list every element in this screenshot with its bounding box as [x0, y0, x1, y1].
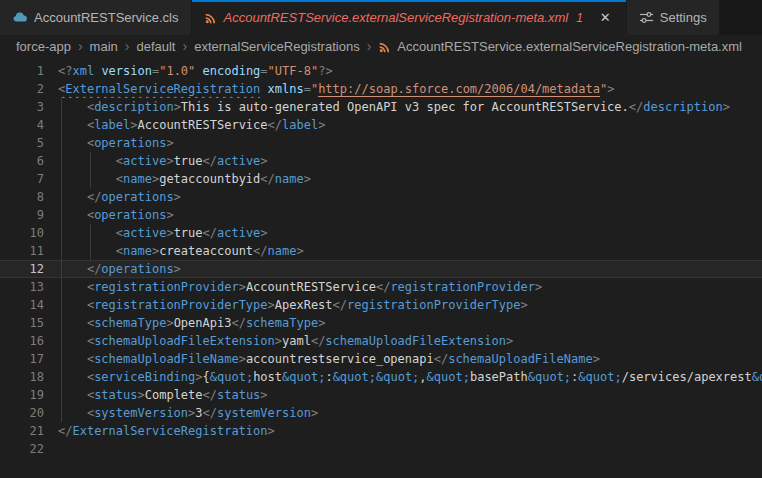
- code-line[interactable]: 21</ExternalServiceRegistration>: [0, 422, 762, 440]
- code-line[interactable]: 19 <status>Complete</status>: [0, 386, 762, 404]
- indent-guide: [61, 314, 62, 332]
- code-text: </operations>: [58, 260, 762, 278]
- breadcrumb-file[interactable]: AccountRESTService.externalServiceRegist…: [397, 39, 742, 54]
- line-number[interactable]: 10: [0, 224, 44, 242]
- breadcrumb: force-app›main›default›externalServiceRe…: [0, 35, 762, 57]
- code-text: <name>createaccount</name>: [58, 242, 762, 260]
- code-text: <label>AccountRESTService</label>: [58, 116, 762, 134]
- code-text: <active>true</active>: [58, 152, 762, 170]
- line-number[interactable]: 15: [0, 314, 44, 332]
- indent-guide: [61, 368, 62, 386]
- settings-sliders-icon: [639, 10, 654, 25]
- indent-guide: [90, 170, 91, 188]
- code-text: <schemaType>OpenApi3</schemaType>: [58, 314, 762, 332]
- line-number[interactable]: 21: [0, 422, 44, 440]
- line-number[interactable]: 12: [0, 260, 44, 278]
- indent-guide: [61, 260, 62, 278]
- chevron-right-icon: ›: [78, 38, 83, 54]
- line-number[interactable]: 2: [0, 80, 44, 98]
- code-line[interactable]: 4 <label>AccountRESTService</label>: [0, 116, 762, 134]
- line-number[interactable]: 22: [0, 440, 44, 458]
- code-text: </ExternalServiceRegistration>: [58, 422, 762, 440]
- line-number[interactable]: 9: [0, 206, 44, 224]
- problems-count-badge: 1: [576, 11, 583, 25]
- breadcrumb-item[interactable]: main: [90, 39, 118, 54]
- code-text: <operations>: [58, 134, 762, 152]
- line-number[interactable]: 14: [0, 296, 44, 314]
- code-text: <active>true</active>: [58, 224, 762, 242]
- indent-guide: [61, 386, 62, 404]
- indent-guide: [61, 170, 62, 188]
- code-text: <registrationProviderType>ApexRest</regi…: [58, 296, 762, 314]
- code-text: [58, 440, 762, 458]
- code-line[interactable]: 8 </operations>: [0, 188, 762, 206]
- indent-guide: [90, 224, 91, 242]
- line-number[interactable]: 3: [0, 98, 44, 116]
- line-number[interactable]: 16: [0, 332, 44, 350]
- tab-active-file[interactable]: AccountRESTService.externalServiceRegist…: [192, 0, 627, 35]
- line-number[interactable]: 4: [0, 116, 44, 134]
- code-line[interactable]: 20 <systemVersion>3</systemVersion>: [0, 404, 762, 422]
- code-text: <name>getaccountbyid</name>: [58, 170, 762, 188]
- code-line[interactable]: 7 <name>getaccountbyid</name>: [0, 170, 762, 188]
- indent-guide: [61, 188, 62, 206]
- line-number[interactable]: 18: [0, 368, 44, 386]
- tab-label: AccountRESTService.cls: [34, 10, 179, 25]
- indent-guide: [61, 98, 62, 116]
- tab-label: AccountRESTService.externalServiceRegist…: [224, 10, 569, 25]
- code-line[interactable]: 9 <operations>: [0, 206, 762, 224]
- code-text: </operations>: [58, 188, 762, 206]
- code-text: <serviceBinding>{&quot;host&quot;:&quot;…: [58, 368, 762, 386]
- line-number[interactable]: 8: [0, 188, 44, 206]
- code-text: <systemVersion>3</systemVersion>: [58, 404, 762, 422]
- code-line[interactable]: 3 <description>This is auto-generated Op…: [0, 98, 762, 116]
- code-line[interactable]: 12 </operations>: [0, 260, 762, 278]
- code-line[interactable]: 14 <registrationProviderType>ApexRest</r…: [0, 296, 762, 314]
- breadcrumb-item[interactable]: force-app: [16, 39, 71, 54]
- code-line[interactable]: 13 <registrationProvider>AccountRESTServ…: [0, 278, 762, 296]
- apex-cloud-icon: [12, 10, 28, 26]
- code-line[interactable]: 10 <active>true</active>: [0, 224, 762, 242]
- code-line[interactable]: 16 <schemaUploadFileExtension>yaml</sche…: [0, 332, 762, 350]
- code-line[interactable]: 22: [0, 440, 762, 458]
- editor[interactable]: 1<?xml version="1.0" encoding="UTF-8"?>2…: [0, 57, 762, 458]
- indent-guide: [61, 242, 62, 260]
- code-line[interactable]: 2<ExternalServiceRegistration xmlns="htt…: [0, 80, 762, 98]
- line-number[interactable]: 13: [0, 278, 44, 296]
- indent-guide: [61, 206, 62, 224]
- xml-feed-icon: [204, 11, 218, 25]
- code-line[interactable]: 18 <serviceBinding>{&quot;host&quot;:&qu…: [0, 368, 762, 386]
- code-line[interactable]: 17 <schemaUploadFileName>accountrestserv…: [0, 350, 762, 368]
- tab-bar: AccountRESTService.clsAccountRESTService…: [0, 0, 762, 35]
- indent-guide: [61, 404, 62, 422]
- indent-guide: [61, 152, 62, 170]
- tab-settings[interactable]: Settings: [627, 0, 720, 35]
- indent-guide: [61, 116, 62, 134]
- line-number[interactable]: 19: [0, 386, 44, 404]
- line-number[interactable]: 5: [0, 134, 44, 152]
- breadcrumb-item[interactable]: default: [136, 39, 175, 54]
- code-line[interactable]: 11 <name>createaccount</name>: [0, 242, 762, 260]
- code-line[interactable]: 1<?xml version="1.0" encoding="UTF-8"?>: [0, 62, 762, 80]
- close-icon[interactable]: ✕: [597, 10, 614, 25]
- code-text: <status>Complete</status>: [58, 386, 762, 404]
- code-text: <?xml version="1.0" encoding="UTF-8"?>: [58, 62, 762, 80]
- code-line[interactable]: 6 <active>true</active>: [0, 152, 762, 170]
- code-text: <operations>: [58, 206, 762, 224]
- line-number[interactable]: 17: [0, 350, 44, 368]
- indent-guide: [61, 332, 62, 350]
- line-number[interactable]: 7: [0, 170, 44, 188]
- tab-file[interactable]: AccountRESTService.cls: [0, 0, 192, 35]
- line-number[interactable]: 11: [0, 242, 44, 260]
- line-number[interactable]: 1: [0, 62, 44, 80]
- breadcrumb-item[interactable]: externalServiceRegistrations: [194, 39, 359, 54]
- indent-guide: [61, 296, 62, 314]
- line-number[interactable]: 20: [0, 404, 44, 422]
- code-text: <description>This is auto-generated Open…: [58, 98, 762, 116]
- chevron-right-icon: ›: [367, 38, 372, 54]
- code-line[interactable]: 5 <operations>: [0, 134, 762, 152]
- indent-guide: [90, 152, 91, 170]
- chevron-right-icon: ›: [183, 38, 188, 54]
- code-line[interactable]: 15 <schemaType>OpenApi3</schemaType>: [0, 314, 762, 332]
- line-number[interactable]: 6: [0, 152, 44, 170]
